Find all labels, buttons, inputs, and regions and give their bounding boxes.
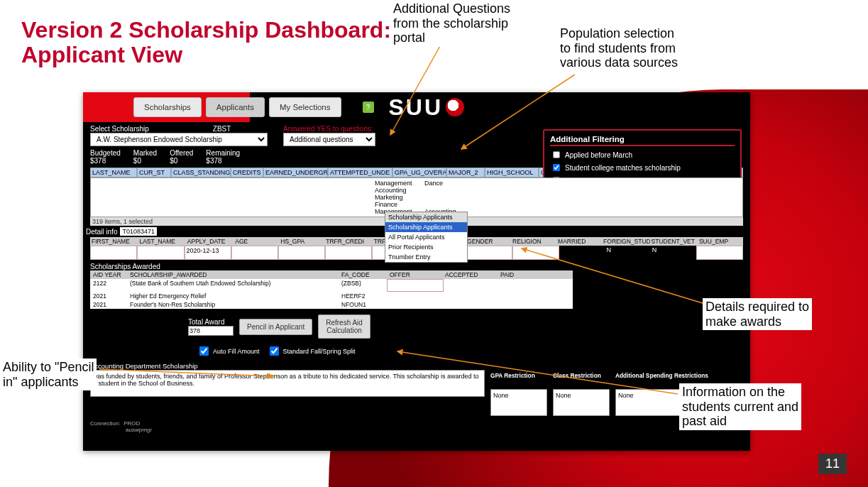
help-icon[interactable]: ? bbox=[363, 102, 374, 113]
tab-my-selections[interactable]: My Selections bbox=[269, 97, 341, 117]
eagle-icon bbox=[446, 98, 464, 116]
population-menu[interactable]: Scholarship Applicants Scholarship Appli… bbox=[385, 212, 468, 263]
gpa-restriction-value: None bbox=[490, 389, 547, 416]
select-scholarship-label: Select Scholarship bbox=[90, 125, 149, 133]
filter-title: Additional Filtering bbox=[550, 135, 735, 146]
popmenu-tnumber[interactable]: Tnumber Entry bbox=[385, 252, 467, 262]
answered-yes-label: Answered YES to questions: bbox=[283, 125, 375, 133]
callout-questions: Additional Questions from the scholarshi… bbox=[390, 0, 513, 47]
detail-id: T01083471 bbox=[120, 227, 157, 236]
fall-spring-checkbox[interactable]: Standard Fall/Spring Split bbox=[267, 344, 356, 358]
offered-value: $0 bbox=[170, 157, 193, 165]
slide-title: Version 2 Scholarship Dashboard: Applica… bbox=[21, 18, 391, 67]
desc-text: was funded by students, friends, and fam… bbox=[90, 370, 485, 397]
tab-scholarships[interactable]: Scholarships bbox=[133, 97, 202, 117]
logo: SUU bbox=[389, 94, 465, 121]
scholarship-select[interactable]: A.W. Stephenson Endowed Scholarship bbox=[90, 133, 268, 146]
awarded-rows[interactable]: 2122(State Bank of Southern Utah Endowed… bbox=[90, 279, 573, 309]
auto-fill-checkbox[interactable]: Auto Fill Amount bbox=[197, 344, 260, 358]
callout-details: Details required to make awards bbox=[703, 298, 812, 330]
questions-select[interactable]: Additional questions bbox=[283, 133, 375, 146]
budgeted-label: Budgeted bbox=[90, 149, 121, 157]
slide-title-line1: Version 2 Scholarship Dashboard: bbox=[21, 18, 391, 43]
remaining-value: $378 bbox=[206, 157, 240, 165]
zbst-code: ZBST bbox=[213, 125, 231, 133]
filter-applied-before[interactable]: Applied before March bbox=[550, 149, 735, 160]
total-award-label: Total Award bbox=[188, 318, 234, 326]
awarded-grid: AID YEAR SCHOLARSHIP_AWARDED FA_CODE OFF… bbox=[90, 270, 573, 309]
additional-restriction-label: Additional Spending Restrictions bbox=[615, 372, 743, 379]
dashboard-app: Scholarships Applicants My Selections ? … bbox=[83, 92, 750, 451]
callout-population: Population selection to find students fr… bbox=[557, 25, 681, 72]
popmenu-prior-recipients[interactable]: Prior Recipients bbox=[385, 242, 467, 252]
budgeted-value: $378 bbox=[90, 157, 121, 165]
class-restriction-label: Class Restriction bbox=[553, 372, 610, 379]
slide-title-line2: Applicant View bbox=[21, 43, 391, 67]
marked-value: $0 bbox=[133, 157, 157, 165]
tab-applicants[interactable]: Applicants bbox=[206, 97, 265, 117]
topbar: Scholarships Applicants My Selections ? … bbox=[83, 92, 750, 122]
callout-pastaid: Information on the students current and … bbox=[679, 383, 801, 430]
filter-college-match[interactable]: Student college matches scholarship bbox=[550, 162, 735, 173]
refresh-aid-button[interactable]: Refresh Aid Calculation bbox=[318, 314, 370, 339]
logo-text: SUU bbox=[389, 94, 444, 121]
controls-row: Total Award Pencil in Applicant Refresh … bbox=[83, 309, 750, 344]
remaining-label: Remaining bbox=[206, 149, 240, 157]
gpa-restriction-label: GPA Restriction bbox=[490, 372, 547, 379]
popmenu-current[interactable]: Scholarship Applicants bbox=[385, 212, 467, 222]
total-award-input[interactable] bbox=[188, 326, 234, 336]
offered-label: Offered bbox=[170, 149, 193, 157]
grid-visible-rows: ManagementDance Accounting Marketing Fin… bbox=[375, 180, 456, 215]
description-row: Accounting Department Scholarship was fu… bbox=[83, 362, 750, 416]
connection-info: Connection: PROD auswpmgr bbox=[83, 416, 750, 437]
detail-label: Detail info bbox=[86, 228, 117, 236]
popmenu-all-portal[interactable]: All Portal Applicants bbox=[385, 232, 467, 242]
pencil-in-button[interactable]: Pencil in Applicant bbox=[239, 319, 312, 335]
marked-label: Marked bbox=[133, 149, 157, 157]
class-restriction-value: None bbox=[553, 389, 610, 416]
callout-pencil: Ability to "Pencil in" applicants bbox=[0, 359, 97, 390]
desc-title: Accounting Department Scholarship bbox=[90, 362, 485, 370]
popmenu-scholarship-applicants[interactable]: Scholarship Applicants bbox=[385, 222, 467, 232]
page-number: 11 bbox=[818, 454, 847, 474]
